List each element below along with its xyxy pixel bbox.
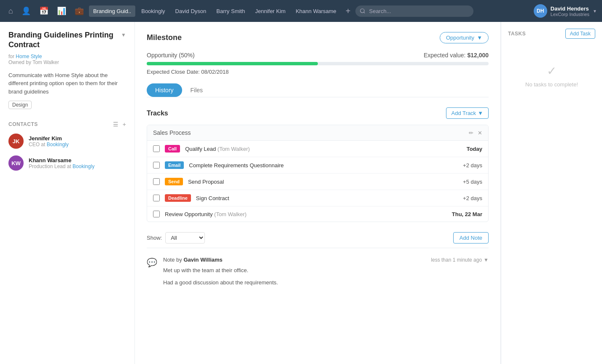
sidebar-tag[interactable]: Design — [8, 101, 32, 109]
contacts-list-icon[interactable]: ☰ — [113, 121, 118, 128]
add-track-button[interactable]: Add Track ▼ — [446, 107, 489, 119]
contact-avatar-jennifer: JK — [8, 134, 24, 149]
track-close-icon[interactable]: ✕ — [478, 130, 482, 136]
progress-label: Opportunity (50%) — [147, 52, 195, 59]
sidebar-owned-by: Owned by Tom Walker — [8, 59, 126, 65]
contact-name-jennifer: Jennifer Kim — [29, 135, 69, 142]
contact-role-jennifer: CEO at Bookingly — [29, 142, 69, 147]
track-item-checkbox-3[interactable] — [153, 195, 160, 201]
show-select[interactable]: All Notes Emails Calls — [165, 232, 205, 244]
search-input[interactable] — [355, 5, 473, 17]
progress-section: Opportunity (50%) Expected value: $12,00… — [147, 52, 489, 75]
tasks-header: TASKS Add Task — [508, 29, 595, 39]
topnav-tab-3[interactable]: Barry Smith — [212, 5, 249, 17]
user-menu[interactable]: DH David Henders LexCorp Industries ▼ — [534, 4, 597, 18]
topnav-tab-4[interactable]: Jennifer Kim — [251, 5, 290, 17]
milestone-header: Milestone Opportunity ▼ — [147, 32, 489, 43]
contact-info-khann: Khann Warsame Production Lead at Booking… — [29, 157, 94, 169]
tasks-title: TASKS — [508, 31, 526, 37]
user-company: LexCorp Industries — [551, 12, 589, 17]
track-box-header: Sales Process ✏ ✕ — [147, 125, 488, 141]
track-box-sales-process: Sales Process ✏ ✕ CallQualify Lead (Tom … — [147, 125, 489, 222]
track-item-text-4: Review Opportunity (Tom Walker) — [165, 211, 447, 217]
note-meta: Note by Gavin Williams less than 1 minut… — [163, 257, 489, 263]
tab-files[interactable]: Files — [182, 83, 212, 97]
show-filter: Show: All Notes Emails Calls — [147, 232, 205, 244]
note-author: Note by Gavin Williams — [163, 257, 223, 263]
add-track-chevron-icon: ▼ — [478, 110, 483, 116]
contact-name-khann: Khann Warsame — [29, 157, 94, 163]
briefcase-icon[interactable]: 💼 — [71, 4, 87, 18]
opportunity-chevron-icon: ▼ — [477, 35, 482, 41]
contacts-section-header: CONTACTS ☰ + — [8, 121, 126, 128]
track-box-actions: ✏ ✕ — [469, 130, 482, 136]
user-info: David Henders LexCorp Industries — [551, 5, 589, 17]
topnav: ⌂ 👤 📅 📊 💼 Branding Guid.. Bookingly Davi… — [0, 0, 602, 22]
expected-value: Expected value: $12,000 — [424, 52, 489, 59]
tracks-title: Tracks — [147, 110, 168, 117]
deal-title: Branding Guidelines Printing Contract — [8, 30, 121, 50]
user-chevron-icon: ▼ — [593, 9, 597, 13]
note-text-line-1: Had a good discussion about the requirem… — [163, 278, 489, 287]
sidebar-description: Communicate with Home Style about the di… — [8, 71, 126, 96]
contact-item-khann: KW Khann Warsame Production Lead at Book… — [8, 155, 126, 171]
track-item-text-0: Qualify Lead (Tom Walker) — [185, 146, 461, 152]
topnav-tab-5[interactable]: Khann Warsame — [291, 5, 340, 17]
user-icon[interactable]: 👤 — [18, 4, 34, 18]
track-item-text-2: Send Proposal — [188, 179, 458, 185]
note-time-chevron-icon: ▼ — [484, 257, 489, 263]
topnav-tab-1[interactable]: Bookingly — [137, 5, 169, 17]
track-item-text-1: Complete Requirements Questionnaire — [189, 162, 458, 169]
track-items-list: CallQualify Lead (Tom Walker)TodayEmailC… — [147, 141, 488, 222]
track-item-1: EmailComplete Requirements Questionnaire… — [147, 157, 488, 174]
content-tabs: History Files — [147, 83, 489, 97]
progress-bar-fill — [147, 62, 318, 65]
tab-history[interactable]: History — [147, 83, 182, 97]
contact-item-jennifer: JK Jennifer Kim CEO at Bookingly — [8, 134, 126, 149]
add-task-button[interactable]: Add Task — [565, 29, 595, 39]
contact-info-jennifer: Jennifer Kim CEO at Bookingly — [29, 135, 69, 147]
chart-icon[interactable]: 📊 — [54, 4, 70, 18]
topnav-tab-0[interactable]: Branding Guid.. — [89, 5, 135, 17]
add-track-label: Add Track — [452, 110, 476, 116]
sidebar-for: for Home Style — [8, 54, 126, 59]
avatar: DH — [534, 4, 547, 18]
sidebar: Branding Guidelines Printing Contract ▼ … — [0, 22, 135, 364]
track-badge-2: Send — [165, 178, 183, 185]
track-item-checkbox-4[interactable] — [153, 211, 160, 217]
opportunity-button[interactable]: Opportunity ▼ — [440, 32, 489, 43]
track-item-checkbox-2[interactable] — [153, 178, 160, 185]
track-item-2: SendSend Proposal+5 days — [147, 174, 488, 190]
add-note-button[interactable]: Add Note — [453, 232, 489, 244]
sidebar-title-row: Branding Guidelines Printing Contract ▼ — [8, 30, 126, 50]
opportunity-btn-label: Opportunity — [446, 35, 474, 41]
track-item-text-3: Sign Contract — [196, 195, 458, 201]
track-item-date-0: Today — [467, 146, 482, 152]
track-item-checkbox-0[interactable] — [153, 145, 160, 152]
track-item-date-1: +2 days — [463, 162, 482, 169]
checkmark-icon: ✓ — [512, 64, 591, 78]
note-time[interactable]: less than 1 minute ago ▼ — [431, 257, 489, 263]
track-item-checkbox-1[interactable] — [153, 162, 160, 169]
milestone-title: Milestone — [147, 33, 182, 42]
contact-company-link-khann[interactable]: Bookingly — [73, 163, 94, 169]
contact-company-link-jennifer[interactable]: Bookingly — [47, 142, 69, 147]
topnav-tab-2[interactable]: David Dyson — [171, 5, 211, 17]
sidebar-chevron-icon[interactable]: ▼ — [121, 32, 126, 38]
contact-avatar-khann: KW — [8, 155, 24, 171]
contacts-section-title: CONTACTS — [8, 121, 38, 127]
track-badge-3: Deadline — [165, 194, 191, 202]
company-link[interactable]: Home Style — [16, 54, 42, 59]
show-label: Show: — [147, 235, 162, 241]
note-text-line-0: Met up with the team at their office. — [163, 266, 489, 275]
track-edit-icon[interactable]: ✏ — [469, 130, 473, 136]
calendar-icon[interactable]: 📅 — [36, 4, 52, 18]
track-item-date-3: +2 days — [463, 195, 482, 201]
tracks-header: Tracks Add Track ▼ — [147, 107, 489, 119]
track-item-3: DeadlineSign Contract+2 days — [147, 190, 488, 206]
add-tab-button[interactable]: + — [342, 5, 354, 18]
track-box-title: Sales Process — [153, 129, 191, 136]
contacts-add-icon[interactable]: + — [123, 121, 126, 128]
note-entry-0: 💬 Note by Gavin Williams less than 1 min… — [147, 257, 489, 287]
home-icon[interactable]: ⌂ — [5, 4, 16, 18]
